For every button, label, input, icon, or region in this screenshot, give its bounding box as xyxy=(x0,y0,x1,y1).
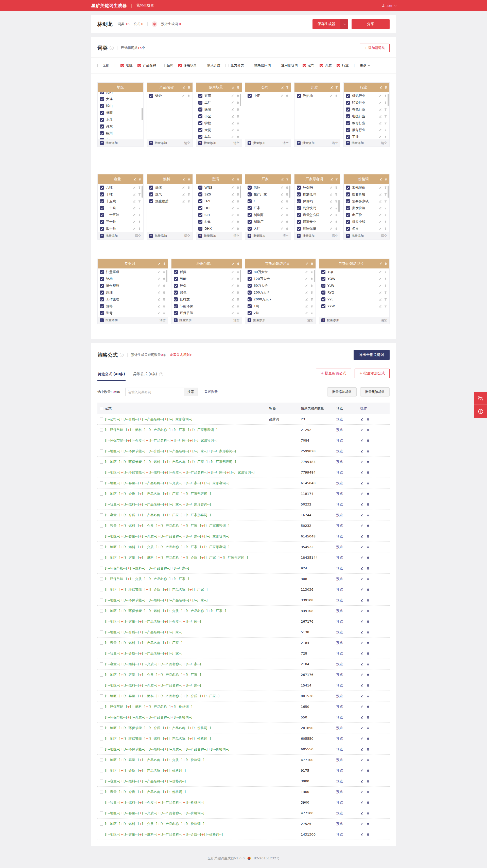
delete-icon[interactable] xyxy=(367,450,370,453)
plus-icon[interactable]: + xyxy=(297,234,300,238)
delete-icon[interactable] xyxy=(237,262,240,265)
delete-icon[interactable] xyxy=(187,193,190,196)
edit-icon[interactable] xyxy=(281,213,284,216)
search-button[interactable]: 搜索 xyxy=(184,388,198,396)
delete-icon[interactable] xyxy=(384,94,387,97)
clear-link[interactable]: 清空 xyxy=(184,141,190,145)
preview-link[interactable]: 预览 xyxy=(336,470,343,474)
item-checkbox[interactable] xyxy=(174,290,178,294)
item-checkbox[interactable] xyxy=(100,227,104,231)
item-checkbox[interactable] xyxy=(100,277,104,281)
preview-link[interactable]: 预览 xyxy=(336,790,343,794)
item-checkbox[interactable] xyxy=(198,114,202,118)
delete-icon[interactable] xyxy=(236,213,239,216)
clear-link[interactable]: 清空 xyxy=(233,234,239,238)
edit-icon[interactable] xyxy=(231,271,234,274)
edit-icon[interactable] xyxy=(133,213,136,216)
row-checkbox[interactable] xyxy=(100,428,103,432)
batch-add-tag-button[interactable]: 批量添加标签 xyxy=(327,388,356,397)
edit-icon[interactable] xyxy=(361,812,364,815)
delete-icon[interactable] xyxy=(286,227,289,230)
help-icon[interactable]: ? xyxy=(110,46,114,50)
delete-icon[interactable] xyxy=(367,748,370,751)
edit-icon[interactable] xyxy=(281,207,284,210)
delete-icon[interactable] xyxy=(236,220,239,223)
edit-icon[interactable] xyxy=(305,312,308,315)
delete-icon[interactable] xyxy=(286,193,289,196)
edit-icon[interactable] xyxy=(361,620,364,623)
item-checkbox[interactable] xyxy=(297,220,301,224)
filter-checkbox[interactable] xyxy=(120,64,124,67)
reset-search-link[interactable]: 重置搜索 xyxy=(204,390,218,394)
item-checkbox[interactable] xyxy=(100,220,104,224)
delete-icon[interactable] xyxy=(384,86,387,89)
edit-icon[interactable] xyxy=(330,227,333,230)
preview-link[interactable]: 预览 xyxy=(336,833,343,836)
batch-add-link[interactable]: 批量添加 xyxy=(253,318,265,322)
edit-icon[interactable] xyxy=(231,128,234,131)
item-checkbox[interactable] xyxy=(321,277,325,281)
delete-icon[interactable] xyxy=(384,298,387,301)
delete-icon[interactable] xyxy=(163,284,166,287)
batch-add-link[interactable]: 批量添加 xyxy=(302,234,315,238)
delete-icon[interactable] xyxy=(335,178,338,181)
item-checkbox[interactable] xyxy=(248,304,252,308)
filter-压力分类[interactable]: 压力分类 xyxy=(225,63,244,68)
batch-add-link[interactable]: 批量添加 xyxy=(327,318,339,322)
item-checkbox[interactable] xyxy=(248,186,252,190)
edit-icon[interactable] xyxy=(379,200,382,203)
preview-link[interactable]: 预览 xyxy=(336,545,343,549)
scrollbar[interactable] xyxy=(289,186,290,198)
preview-link[interactable]: 预览 xyxy=(336,715,343,719)
filter-checkbox[interactable] xyxy=(337,64,340,67)
row-checkbox[interactable] xyxy=(100,588,103,591)
delete-icon[interactable] xyxy=(384,291,387,294)
preview-link[interactable]: 预览 xyxy=(336,673,343,677)
delete-icon[interactable] xyxy=(384,108,387,111)
edit-icon[interactable] xyxy=(281,227,284,230)
item-checkbox[interactable] xyxy=(346,121,350,125)
clear-link[interactable]: 清空 xyxy=(233,141,239,145)
item-checkbox[interactable] xyxy=(198,101,202,105)
item-checkbox[interactable] xyxy=(248,270,252,274)
clear-link[interactable]: 清空 xyxy=(283,141,289,145)
edit-icon[interactable] xyxy=(231,305,234,308)
preview-link[interactable]: 预览 xyxy=(336,417,343,421)
edit-icon[interactable] xyxy=(361,673,364,676)
row-checkbox[interactable] xyxy=(100,652,103,655)
edit-icon[interactable] xyxy=(330,186,333,189)
item-checkbox[interactable] xyxy=(248,277,252,281)
plus-icon[interactable]: + xyxy=(100,318,104,322)
edit-icon[interactable] xyxy=(361,482,364,485)
row-checkbox[interactable] xyxy=(100,439,103,442)
edit-icon[interactable] xyxy=(379,213,382,216)
row-checkbox[interactable] xyxy=(100,673,103,677)
edit-icon[interactable] xyxy=(157,291,161,294)
row-checkbox[interactable] xyxy=(100,758,103,762)
edit-icon[interactable] xyxy=(361,641,364,644)
plus-icon[interactable]: + xyxy=(174,318,177,322)
edit-icon[interactable] xyxy=(361,801,364,804)
plus-icon[interactable]: + xyxy=(100,234,104,238)
delete-icon[interactable] xyxy=(367,833,370,836)
row-checkbox[interactable] xyxy=(100,450,103,453)
batch-add-link[interactable]: 批量添加 xyxy=(351,141,364,145)
delete-icon[interactable] xyxy=(367,578,370,581)
filter-使用场景[interactable]: 使用场景 xyxy=(178,63,197,68)
preview-link[interactable]: 预览 xyxy=(336,758,343,762)
edit-icon[interactable] xyxy=(379,108,382,111)
tab-abnormal-formulas[interactable]: 异常公式 (0条)? xyxy=(133,368,164,381)
delete-icon[interactable] xyxy=(384,305,387,308)
edit-icon[interactable] xyxy=(361,450,364,453)
item-checkbox[interactable] xyxy=(174,304,178,308)
batch-add-link[interactable]: 批量添加 xyxy=(204,234,216,238)
edit-icon[interactable] xyxy=(379,186,382,189)
preview-link[interactable]: 预览 xyxy=(336,524,343,528)
preview-link[interactable]: 预览 xyxy=(336,556,343,559)
edit-icon[interactable] xyxy=(330,220,333,223)
wechat-contact-button[interactable] xyxy=(474,392,487,405)
delete-icon[interactable] xyxy=(310,305,313,308)
delete-icon[interactable] xyxy=(384,262,387,265)
delete-icon[interactable] xyxy=(367,652,370,655)
delete-icon[interactable] xyxy=(236,291,239,294)
